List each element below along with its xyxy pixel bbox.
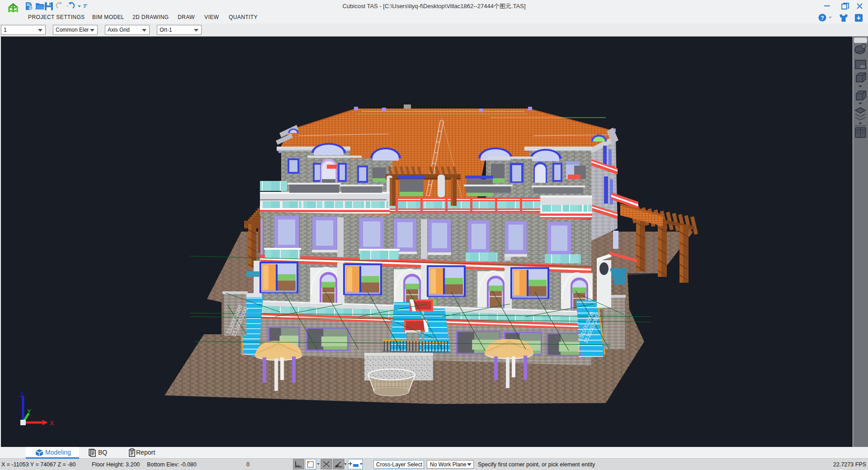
svg-text:Z: Z	[20, 391, 24, 398]
svg-text:?: ?	[821, 15, 824, 21]
svg-text:2D: 2D	[860, 65, 865, 69]
svg-text:Y: Y	[27, 408, 31, 415]
svg-text:X: X	[50, 419, 54, 427]
